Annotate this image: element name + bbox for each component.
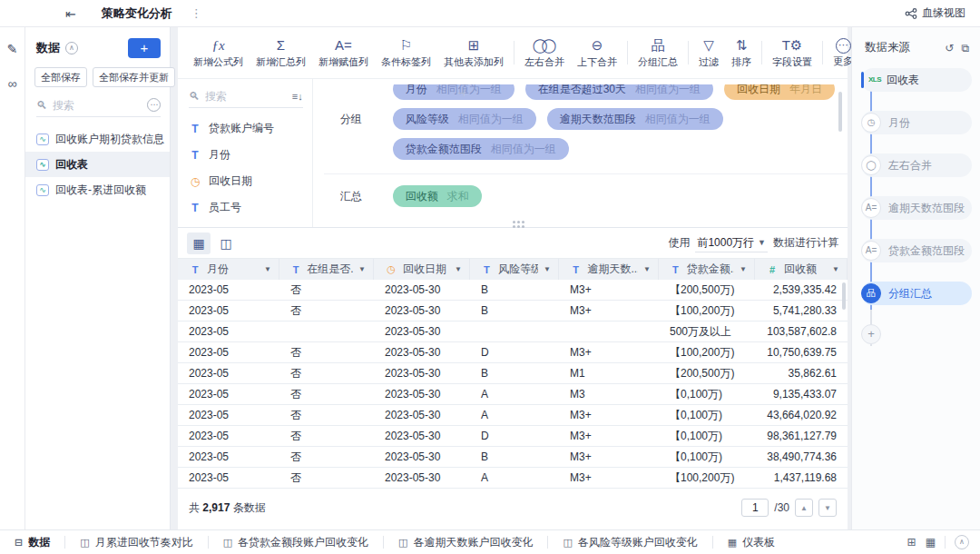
table-row[interactable]: 2023-052023-05-30500万及以上103,587,602.8 [178,322,848,342]
column-header[interactable]: T在组是否...▼ [279,259,374,280]
table-row[interactable]: 2023-05否2023-05-30BM1【200,500万)35,862.61 [178,363,848,384]
table-view-icon[interactable]: ▦ [187,232,211,254]
flow-layout-icon[interactable]: ⧉ [961,42,969,54]
sheet-tab[interactable]: ◫各逾期天数账户回收变化 [384,530,547,554]
page-input[interactable] [741,499,769,517]
flag-icon: ⚐ [400,36,412,54]
back-icon[interactable]: ⇤ [65,6,76,21]
page-down-icon[interactable]: ▼ [818,499,837,517]
toolbar-column-add-button[interactable]: ⊞其他表添加列 [437,36,510,69]
card-view-icon[interactable]: ◫ [214,232,238,254]
row-count-value: 2,917 [202,501,230,514]
sheet-tab[interactable]: ◫各风险等级账户回收变化 [548,530,711,554]
toolbar-venn-button[interactable]: ◯◯左右合并 [518,36,571,69]
column-menu-icon[interactable]: ▼ [264,265,271,273]
lineage-step[interactable]: A=逾期天数范围段 [861,196,980,220]
lineage-step[interactable]: 品分组汇总 [861,282,980,305]
table-row[interactable]: 2023-05否2023-05-30AM3【0,100万)9,135,433.0… [178,384,848,405]
group-chip[interactable]: 回收日期年月日 [724,84,835,100]
sheet-tab[interactable]: ◫各贷款金额段账户回收变化 [209,530,383,554]
toolbar-stack-merge-button[interactable]: ⊖上下合并 [571,36,623,69]
column-header[interactable]: #回收额▼ [755,259,848,280]
column-menu-icon[interactable]: ▼ [455,265,462,273]
table-cell: D [470,342,559,362]
sheet-tab[interactable]: ⊟数据 [0,530,64,554]
add-dataset-button[interactable]: + [128,38,161,58]
title-menu-icon[interactable]: ⋮ [191,6,202,20]
sheet-tab[interactable]: ▦仪表板 [713,530,789,554]
sheet-tab[interactable]: ◫月累进回收节奏对比 [65,530,207,554]
table-row[interactable]: 2023-05否2023-05-30BM3+【200,500万)2,539,33… [178,280,848,301]
toolbar-label: 更多 [833,54,853,68]
field-search-input[interactable] [205,90,278,103]
toolbar-field-settings-button[interactable]: T⚙字段设置 [766,36,818,69]
table-cell: 500万及以上 [659,322,755,341]
group-chip[interactable]: 月份相同值为一组 [393,84,514,100]
dataset-item[interactable]: ∿回收账户期初贷款信息 [25,126,170,152]
column-header[interactable]: T逾期天数...▼ [559,259,659,280]
chip-rule: 年月日 [789,84,822,97]
table-row[interactable]: 2023-05否2023-05-30BM3+【100,200万)5,741,28… [178,301,848,322]
collapse-handle-icon[interactable]: ⊣ [457,88,466,98]
search-more-icon[interactable]: ⋯ [147,98,161,112]
lineage-step[interactable]: ◯左右合并 [861,153,980,177]
table-row[interactable]: 2023-05否2023-05-30AM3+【0,100万)43,664,020… [178,405,848,426]
field-item[interactable]: T月份 [189,142,312,168]
table-row[interactable]: 2023-05否2023-05-30AM3+【100,200万)1,437,11… [178,468,848,489]
column-menu-icon[interactable]: ▼ [832,265,839,273]
table-row[interactable]: 2023-05否2023-05-30BM3+【0,100万)38,490,774… [178,447,848,468]
group-chip[interactable]: 在组是否超过30天相同值为一组 [525,84,713,100]
field-item[interactable]: T员工号 [189,194,312,221]
row-limit-value: 前1000万行 [697,235,754,251]
history-icon[interactable]: ↺ [945,42,954,54]
add-dashboard-icon[interactable]: ▦ [926,536,936,549]
group-chip[interactable]: 风险等级相同值为一组 [393,108,536,130]
relation-icon[interactable]: ∞ [8,76,17,91]
column-menu-icon[interactable]: ▼ [358,265,366,273]
lineage-step[interactable]: XLS回收表 [861,68,980,92]
column-menu-icon[interactable]: ▼ [643,265,651,273]
chip-row: 贷款金额范围段相同值为一组 [393,138,835,160]
toolbar-sort-button[interactable]: ⇅排序 [725,36,758,69]
save-all-update-button[interactable]: 全部保存并更新 [93,67,175,87]
column-menu-icon[interactable]: ▼ [740,265,747,273]
toolbar-sum-button[interactable]: Σ新增汇总列 [250,36,312,69]
chevron-down-icon: ▼ [758,238,766,247]
add-step-button[interactable]: + [861,324,881,344]
column-menu-icon[interactable]: ▼ [544,265,551,273]
toolbar-group-button[interactable]: 品分组汇总 [632,36,684,69]
collapse-bar-icon[interactable]: ∧ [955,535,969,549]
field-item[interactable]: #回收额 [189,221,312,227]
toolbar-formula-button[interactable]: ƒx新增公式列 [187,36,250,69]
table-cell: 5,741,280.33 [755,301,848,321]
toolbar-assign-button[interactable]: A=新增赋值列 [312,36,375,69]
field-item[interactable]: ◷回收日期 [189,168,312,194]
table-scrollbar[interactable] [842,282,846,310]
toolbar-filter-button[interactable]: ▽过滤 [692,36,725,69]
field-item[interactable]: T贷款账户编号 [189,115,312,142]
group-chip[interactable]: 回收额求和 [393,185,482,207]
group-chip[interactable]: 逾期天数范围段相同值为一组 [547,108,723,130]
lineage-step[interactable]: ◷月份 [861,111,980,134]
table-row[interactable]: 2023-05否2023-05-30DM3+【100,200万)10,750,6… [178,342,848,363]
field-sort-icon[interactable]: ≡↓ [292,91,303,102]
collapse-icon[interactable]: ∧ [65,42,78,54]
add-chart-icon[interactable]: ⊞ [907,536,916,549]
column-header[interactable]: T月份▼ [178,259,279,280]
column-header[interactable]: T风险等级▼ [470,259,559,280]
save-all-button[interactable]: 全部保存 [34,67,87,87]
chips-scrollbar[interactable] [838,92,842,132]
lineage-step[interactable]: A=贷款金额范围段 [861,239,980,262]
dataset-item[interactable]: ∿回收表-累进回收额 [25,177,170,203]
dataset-search-input[interactable] [53,99,131,112]
table-row[interactable]: 2023-05否2023-05-30DM3+【0,100万)98,361,127… [178,426,848,447]
lineage-view-button[interactable]: 血缘视图 [905,5,965,21]
row-limit-select[interactable]: 前1000万行 ▼ [695,234,768,252]
group-chip[interactable]: 贷款金额范围段相同值为一组 [393,138,569,160]
column-header[interactable]: ◷回收日期▼ [374,259,470,280]
dataset-item[interactable]: ∿回收表 [25,152,170,177]
dataset-editor-icon[interactable]: ✎ [7,42,18,56]
toolbar-flag-button[interactable]: ⚐条件标签列 [375,36,437,69]
column-header[interactable]: T贷款金额...▼ [659,259,755,280]
page-up-icon[interactable]: ▲ [795,499,813,517]
